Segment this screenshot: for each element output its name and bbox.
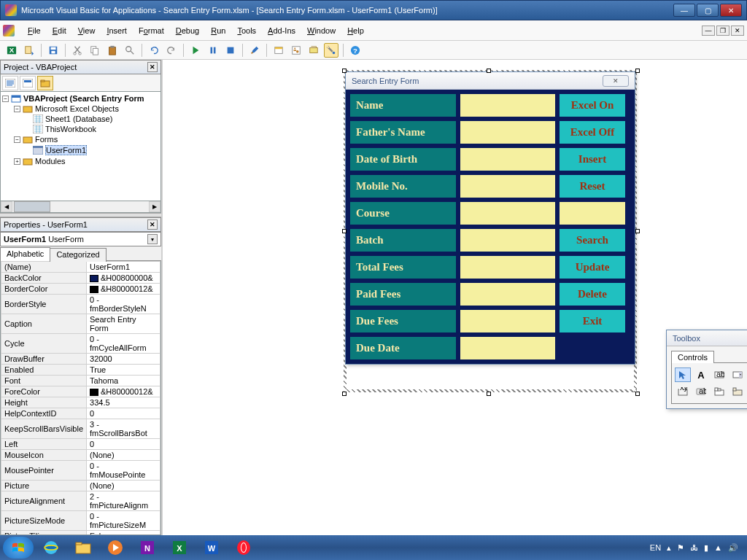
tray-network-icon[interactable]: 🖧 [690, 543, 698, 552]
project-explorer-icon[interactable] [271, 43, 286, 58]
form-textbox[interactable] [460, 337, 555, 359]
prop-value[interactable]: 0 - fmPictureSizeM [87, 511, 160, 531]
prop-value[interactable]: &H00800000& [87, 273, 160, 284]
prop-value[interactable]: Tahoma [87, 376, 160, 386]
prop-key[interactable]: BorderColor [1, 284, 87, 295]
prop-value[interactable]: Search Entry Form [87, 314, 160, 334]
prop-key[interactable]: Font [1, 376, 87, 386]
prop-key[interactable]: KeepScrollBarsVisible [1, 419, 87, 439]
tool-select-objects-icon[interactable] [675, 368, 691, 382]
save-icon[interactable] [46, 43, 61, 58]
minimize-button[interactable]: — [673, 4, 695, 17]
prop-value[interactable]: &H80000012& [87, 284, 160, 295]
form-button[interactable]: Delete [560, 283, 625, 306]
tab-alphabetic[interactable]: Alphabetic [0, 247, 50, 261]
toolbox-icon[interactable] [324, 43, 338, 58]
prop-key[interactable]: PictureAlignment [1, 491, 87, 511]
menu-run[interactable]: Run [205, 25, 231, 36]
design-mode-icon[interactable] [247, 43, 262, 58]
object-browser-icon[interactable] [306, 43, 321, 58]
tray-chevron-up-icon[interactable]: ▴ [667, 543, 671, 553]
tool-textbox-icon[interactable]: ab [711, 368, 727, 382]
menu-edit[interactable]: Edit [47, 25, 72, 36]
prop-value[interactable]: (None) [87, 450, 160, 461]
form-button[interactable]: Reset [560, 175, 625, 198]
taskbar-opera-icon[interactable] [229, 537, 258, 558]
prop-key[interactable]: MouseIcon [1, 450, 87, 461]
help-icon[interactable]: ? [348, 43, 363, 58]
toolbox-titlebar[interactable]: Toolbox ✕ [667, 330, 747, 346]
prop-value[interactable]: 3 - fmScrollBarsBot [87, 419, 160, 439]
form-textbox-search[interactable] [560, 202, 625, 225]
userform-close-button[interactable]: ✕ [603, 75, 629, 87]
prop-key[interactable]: BorderStyle [1, 295, 87, 314]
mdi-close-button[interactable]: ✕ [731, 26, 744, 36]
properties-window-icon[interactable] [289, 43, 303, 58]
prop-key[interactable]: BackColor [1, 273, 87, 284]
prop-key[interactable]: HelpContextID [1, 408, 87, 419]
menu-tools[interactable]: Tools [231, 25, 262, 36]
tree-modules[interactable]: Modules [35, 157, 66, 166]
menu-help[interactable]: Help [341, 25, 370, 36]
form-button[interactable]: Excel On [560, 94, 625, 117]
view-object-button[interactable] [20, 76, 36, 90]
prop-key[interactable]: Cycle [1, 334, 87, 354]
toolbox-tab-controls[interactable]: Controls [671, 351, 714, 363]
form-button[interactable]: Search [560, 229, 625, 252]
prop-value[interactable]: True [87, 365, 160, 376]
tool-commandbutton-icon[interactable]: ab [693, 384, 709, 399]
reset-icon[interactable] [223, 43, 238, 58]
prop-value[interactable]: 0 - fmCycleAllForm [87, 334, 160, 354]
toolbox-window[interactable]: Toolbox ✕ Controls A ab xy ab [666, 330, 747, 409]
form-textbox[interactable] [460, 175, 555, 198]
taskbar-explorer-icon[interactable] [69, 537, 98, 558]
prop-key[interactable]: Picture [1, 481, 87, 491]
prop-key[interactable]: PictureSizeMode [1, 511, 87, 531]
menu-debug[interactable]: Debug [170, 25, 205, 36]
properties-object-selector[interactable]: UserForm1 UserForm ▾ [0, 232, 161, 246]
prop-value[interactable]: 32000 [87, 354, 160, 365]
prop-key[interactable]: Left [1, 439, 87, 450]
tree-thisworkbook[interactable]: ThisWorkbook [45, 125, 96, 133]
tray-volume-icon[interactable]: 🔊 [728, 543, 738, 553]
prop-key[interactable]: DrawBuffer [1, 354, 87, 365]
form-textbox[interactable] [460, 148, 555, 171]
tool-combobox-icon[interactable] [729, 368, 746, 382]
form-textbox[interactable] [460, 121, 555, 144]
prop-value[interactable]: 2 - fmPictureAlignm [87, 491, 160, 511]
prop-value[interactable]: UserForm1 [87, 262, 160, 273]
form-button[interactable]: Insert [560, 148, 625, 171]
properties-panel-close-button[interactable]: ✕ [147, 219, 158, 230]
prop-key[interactable]: Caption [1, 314, 87, 334]
cut-icon[interactable] [70, 43, 85, 58]
close-button[interactable]: ✕ [720, 4, 742, 17]
design-surface[interactable]: Search Entry Form ✕ NameExcel OnFather's… [163, 60, 747, 535]
menu-addins[interactable]: Add-Ins [262, 25, 301, 36]
tray-flag-icon[interactable]: ⚑ [677, 543, 684, 553]
prop-value[interactable]: (None) [87, 481, 160, 491]
prop-value[interactable]: 0 - fmMousePointe [87, 461, 160, 481]
taskbar-ie-icon[interactable] [36, 537, 66, 558]
taskbar-word-icon[interactable]: W [197, 537, 226, 558]
prop-value[interactable]: 0 [87, 439, 160, 450]
form-button[interactable]: Excel Off [560, 121, 625, 144]
form-textbox[interactable] [460, 229, 555, 252]
copy-icon[interactable] [88, 43, 102, 58]
form-textbox[interactable] [460, 310, 555, 332]
view-code-button[interactable] [2, 76, 18, 90]
tray-wifi-icon[interactable]: ▲ [714, 543, 722, 552]
prop-value[interactable]: 0 - fmBorderStyleN [87, 295, 160, 314]
form-textbox[interactable] [460, 94, 555, 117]
maximize-button[interactable]: ▢ [697, 4, 719, 17]
run-icon[interactable] [188, 43, 203, 58]
tool-label-icon[interactable]: A [693, 368, 709, 382]
mdi-restore-button[interactable]: ❐ [716, 26, 729, 36]
menu-window[interactable]: Window [301, 25, 341, 36]
language-indicator[interactable]: EN [650, 543, 661, 552]
find-icon[interactable] [123, 43, 137, 58]
project-tree[interactable]: −VBAProject (Search Entry Form −Microsof… [0, 92, 161, 201]
project-hscroll[interactable]: ◀▶ [0, 201, 161, 213]
tree-root[interactable]: VBAProject (Search Entry Form [23, 94, 144, 103]
tree-excel-objects[interactable]: Microsoft Excel Objects [35, 104, 119, 113]
project-panel-close-button[interactable]: ✕ [147, 62, 158, 72]
